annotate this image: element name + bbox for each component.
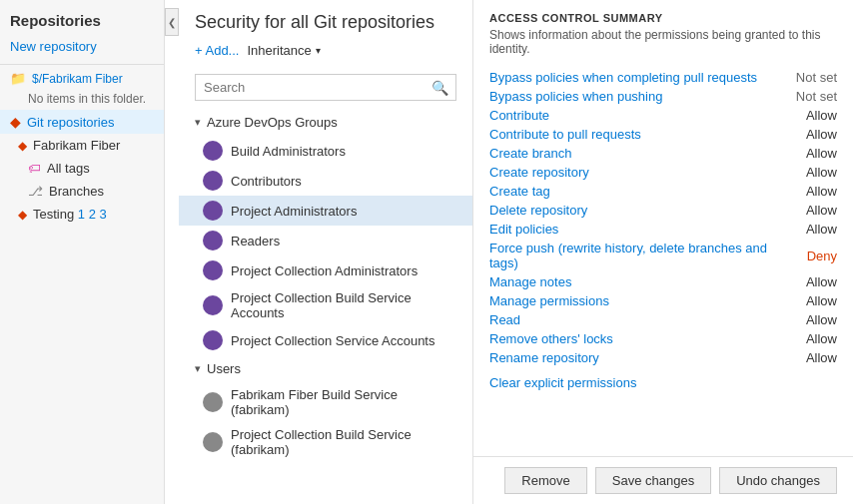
- permission-name[interactable]: Edit policies: [489, 222, 777, 237]
- left-panel: Security for all Git repositories + Add.…: [179, 0, 473, 504]
- group-item-project-admins[interactable]: Project Administrators: [179, 196, 472, 226]
- permission-name[interactable]: Create tag: [489, 184, 777, 199]
- group-item-build-admins[interactable]: Build Administrators: [179, 136, 472, 166]
- group-avatar: [203, 141, 223, 161]
- testing-icon: ◆: [18, 208, 27, 222]
- sidebar-item-path[interactable]: 📁 $/Fabrikam Fiber: [0, 67, 164, 90]
- group-name: Readers: [231, 234, 280, 249]
- undo-changes-button[interactable]: Undo changes: [719, 467, 837, 494]
- git-repos-icon: ◆: [10, 114, 21, 130]
- repo-icon: ◆: [18, 139, 27, 153]
- permission-value: Allow: [777, 203, 837, 218]
- permission-contribute-pr: Contribute to pull requests Allow: [489, 125, 837, 144]
- user-name: Project Collection Build Service (fabrik…: [231, 427, 456, 457]
- all-tags-label: All tags: [47, 161, 90, 176]
- permission-name[interactable]: Create branch: [489, 146, 777, 161]
- permission-value: Allow: [777, 312, 837, 327]
- group-item-readers[interactable]: Readers: [179, 226, 472, 255]
- permission-value: Allow: [777, 127, 837, 142]
- groups-section-label: Azure DevOps Groups: [207, 115, 338, 130]
- access-control-summary: ACCESS CONTROL SUMMARY Shows information…: [473, 0, 853, 456]
- new-repository-link[interactable]: New repository: [0, 35, 164, 62]
- permission-name[interactable]: Bypass policies when completing pull req…: [489, 70, 777, 85]
- group-item-pc-service[interactable]: Project Collection Service Accounts: [179, 325, 472, 355]
- group-avatar: [203, 330, 223, 350]
- permission-name[interactable]: Rename repository: [489, 350, 777, 365]
- permission-read: Read Allow: [489, 310, 837, 329]
- permission-name[interactable]: Manage permissions: [489, 293, 777, 308]
- group-name: Project Collection Service Accounts: [231, 333, 434, 348]
- sidebar-item-fabrikam[interactable]: ◆ Fabrikam Fiber: [0, 134, 164, 157]
- group-name: Contributors: [231, 174, 302, 189]
- permission-value: Allow: [777, 222, 837, 237]
- permission-force-push: Force push (rewrite history, delete bran…: [489, 239, 837, 272]
- user-item-pc-build[interactable]: Project Collection Build Service (fabrik…: [179, 422, 472, 462]
- left-panel-header: Security for all Git repositories + Add.…: [179, 0, 472, 74]
- group-item-contributors[interactable]: Contributors: [179, 166, 472, 196]
- permission-remove-locks: Remove others' locks Allow: [489, 329, 837, 348]
- permission-bypass-pr: Bypass policies when completing pull req…: [489, 68, 837, 87]
- group-avatar: [203, 201, 223, 221]
- permission-create-repo: Create repository Allow: [489, 163, 837, 182]
- access-summary-title: ACCESS CONTROL SUMMARY: [489, 12, 837, 24]
- sidebar-item-git-repos[interactable]: ◆ Git repositories: [0, 110, 164, 134]
- users-section-header[interactable]: ▾ Users: [179, 355, 472, 382]
- main-area: Security for all Git repositories + Add.…: [179, 0, 853, 504]
- permission-name[interactable]: Create repository: [489, 165, 777, 180]
- group-avatar: [203, 295, 223, 315]
- sidebar: Repositories New repository 📁 $/Fabrikam…: [0, 0, 165, 504]
- user-name: Fabrikam Fiber Build Service (fabrikam): [231, 387, 456, 417]
- permission-value: Allow: [777, 146, 837, 161]
- permission-name[interactable]: Remove others' locks: [489, 331, 777, 346]
- permission-delete-repo: Delete repository Allow: [489, 201, 837, 220]
- add-button[interactable]: + Add...: [195, 43, 239, 58]
- permission-manage-perms: Manage permissions Allow: [489, 291, 837, 310]
- clear-permissions-link[interactable]: Clear explicit permissions: [489, 375, 837, 390]
- inheritance-label: Inheritance: [247, 43, 311, 58]
- group-name: Project Collection Administrators: [231, 263, 418, 278]
- group-item-pc-build-service[interactable]: Project Collection Build Service Account…: [179, 285, 472, 325]
- permission-name[interactable]: Delete repository: [489, 203, 777, 218]
- search-icon: 🔍: [431, 80, 448, 96]
- user-item-fabrikam-build[interactable]: Fabrikam Fiber Build Service (fabrikam): [179, 382, 472, 422]
- permission-name[interactable]: Manage notes: [489, 274, 777, 289]
- testing-label: Testing 1 2 3: [33, 207, 107, 222]
- permission-value: Allow: [777, 350, 837, 365]
- search-input[interactable]: [195, 74, 456, 101]
- permission-name[interactable]: Bypass policies when pushing: [489, 89, 777, 104]
- permission-edit-policies: Edit policies Allow: [489, 220, 837, 239]
- permission-value: Deny: [777, 249, 837, 263]
- remove-button[interactable]: Remove: [504, 467, 586, 494]
- permission-name[interactable]: Contribute: [489, 108, 777, 123]
- sidebar-title: Repositories: [0, 8, 164, 35]
- permission-value: Not set: [777, 70, 837, 85]
- group-name: Project Administrators: [231, 204, 357, 219]
- search-container: 🔍: [195, 74, 456, 101]
- permission-contribute: Contribute Allow: [489, 106, 837, 125]
- permission-value: Allow: [777, 293, 837, 308]
- permission-value: Allow: [777, 165, 837, 180]
- permission-value: Allow: [777, 184, 837, 199]
- sidebar-item-testing[interactable]: ◆ Testing 1 2 3: [0, 203, 164, 226]
- group-name: Build Administrators: [231, 144, 346, 159]
- permission-name[interactable]: Force push (rewrite history, delete bran…: [489, 241, 777, 270]
- permission-value: Not set: [777, 89, 837, 104]
- sidebar-collapse-button[interactable]: ❮: [165, 8, 179, 36]
- azure-devops-groups-header[interactable]: ▾ Azure DevOps Groups: [179, 109, 472, 136]
- permission-name[interactable]: Read: [489, 312, 777, 327]
- group-item-pc-admins[interactable]: Project Collection Administrators: [179, 255, 472, 285]
- users-collapse-icon: ▾: [195, 362, 201, 375]
- groups-list: ▾ Azure DevOps Groups Build Administrato…: [179, 109, 472, 504]
- branches-label: Branches: [49, 184, 104, 199]
- save-changes-button[interactable]: Save changes: [595, 467, 711, 494]
- inheritance-button[interactable]: Inheritance ▾: [247, 43, 320, 58]
- right-panel: ACCESS CONTROL SUMMARY Shows information…: [473, 0, 853, 504]
- sidebar-item-all-tags[interactable]: 🏷 All tags: [0, 157, 164, 180]
- bottom-bar: Remove Save changes Undo changes: [473, 456, 853, 504]
- users-section-label: Users: [207, 361, 241, 376]
- permission-value: Allow: [777, 274, 837, 289]
- sidebar-item-branches[interactable]: ⎇ Branches: [0, 180, 164, 203]
- groups-collapse-icon: ▾: [195, 116, 201, 129]
- no-items-label: No items in this folder.: [0, 90, 164, 110]
- permission-name[interactable]: Contribute to pull requests: [489, 127, 777, 142]
